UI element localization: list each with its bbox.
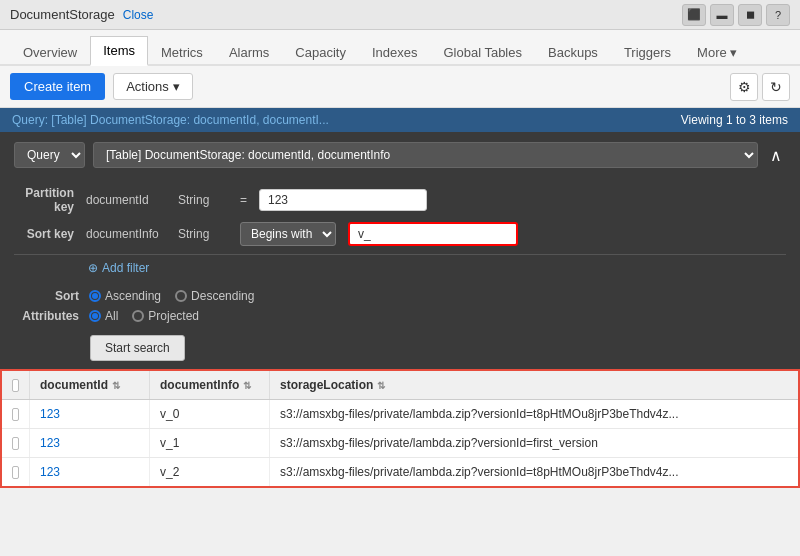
row-1-checkbox-cell (2, 429, 30, 457)
th-document-id-sort-icon: ⇅ (112, 380, 120, 391)
th-document-id[interactable]: documentId ⇅ (30, 371, 150, 399)
layout-icon-2[interactable]: ▬ (710, 4, 734, 26)
query-mode-row: Query Scan [Table] DocumentStorage: docu… (14, 142, 786, 168)
layout-icon-1[interactable]: ⬛ (682, 4, 706, 26)
table-row: 123 v_2 s3://amsxbg-files/private/lambda… (2, 458, 798, 486)
th-document-info-label: documentInfo (160, 378, 239, 392)
row-0-document-id[interactable]: 123 (30, 400, 150, 428)
table-header: documentId ⇅ documentInfo ⇅ storageLocat… (2, 371, 798, 400)
partition-key-row: Partitionkey documentId String = (14, 186, 786, 214)
tab-backups[interactable]: Backups (535, 38, 611, 66)
sort-key-row: Sort key documentInfo String Begins with… (14, 222, 786, 246)
titlebar: DocumentStorage Close ⬛ ▬ ◼ ? (0, 0, 800, 30)
start-search-button[interactable]: Start search (90, 335, 185, 361)
sort-key-input[interactable] (348, 222, 518, 246)
titlebar-icons: ⬛ ▬ ◼ ? (682, 4, 790, 26)
attributes-all-radio[interactable] (89, 310, 101, 322)
titlebar-left: DocumentStorage Close (10, 7, 153, 22)
th-document-info-sort-icon: ⇅ (243, 380, 251, 391)
sort-key-label: Sort key (14, 227, 74, 241)
table-row: 123 v_1 s3://amsxbg-files/private/lambda… (2, 429, 798, 458)
tab-more[interactable]: More ▾ (684, 38, 750, 66)
collapse-button[interactable]: ∧ (766, 146, 786, 165)
add-filter-plus-icon: ⊕ (88, 261, 98, 275)
row-1-document-id[interactable]: 123 (30, 429, 150, 457)
query-description: Query: [Table] DocumentStorage: document… (12, 113, 329, 127)
attributes-projected-radio[interactable] (132, 310, 144, 322)
options-section: Sort Ascending Descending Attributes All… (0, 285, 800, 369)
sort-row: Sort Ascending Descending (14, 289, 786, 303)
th-storage-location[interactable]: storageLocation ⇅ (270, 371, 798, 399)
tab-capacity[interactable]: Capacity (282, 38, 359, 66)
tab-items[interactable]: Items (90, 36, 148, 66)
sort-key-type: String (178, 227, 228, 241)
tab-alarms[interactable]: Alarms (216, 38, 282, 66)
attributes-projected-label: Projected (148, 309, 199, 323)
tab-metrics[interactable]: Metrics (148, 38, 216, 66)
partition-key-label: Partitionkey (14, 186, 74, 214)
row-0-checkbox[interactable] (12, 408, 19, 421)
partition-key-type: String (178, 193, 228, 207)
row-1-storage-location: s3://amsxbg-files/private/lambda.zip?ver… (270, 429, 798, 457)
th-storage-location-sort-icon: ⇅ (377, 380, 385, 391)
attributes-projected-option[interactable]: Projected (132, 309, 199, 323)
close-button[interactable]: Close (123, 8, 154, 22)
partition-key-input[interactable] (259, 189, 427, 211)
filter-section: Partitionkey documentId String = Sort ke… (0, 186, 800, 285)
sort-descending-radio[interactable] (175, 290, 187, 302)
row-1-document-info: v_1 (150, 429, 270, 457)
sort-descending-option[interactable]: Descending (175, 289, 254, 303)
row-0-storage-location: s3://amsxbg-files/private/lambda.zip?ver… (270, 400, 798, 428)
query-panel: Query Scan [Table] DocumentStorage: docu… (0, 132, 800, 186)
actions-chevron-icon: ▾ (173, 79, 180, 94)
attributes-all-option[interactable]: All (89, 309, 118, 323)
sort-ascending-radio[interactable] (89, 290, 101, 302)
sort-radio-group: Ascending Descending (89, 289, 254, 303)
actions-label: Actions (126, 79, 169, 94)
row-0-checkbox-cell (2, 400, 30, 428)
row-0-document-info: v_0 (150, 400, 270, 428)
th-storage-location-label: storageLocation (280, 378, 373, 392)
row-2-storage-location: s3://amsxbg-files/private/lambda.zip?ver… (270, 458, 798, 486)
attributes-row: Attributes All Projected (14, 309, 786, 323)
row-2-checkbox-cell (2, 458, 30, 486)
th-document-info[interactable]: documentInfo ⇅ (150, 371, 270, 399)
row-2-document-id[interactable]: 123 (30, 458, 150, 486)
tab-triggers[interactable]: Triggers (611, 38, 684, 66)
sort-ascending-option[interactable]: Ascending (89, 289, 161, 303)
help-icon[interactable]: ? (766, 4, 790, 26)
sort-key-operator-select[interactable]: Begins with = < > Between (240, 222, 336, 246)
sort-key-field: documentInfo (86, 227, 166, 241)
viewing-count: Viewing 1 to 3 items (681, 113, 788, 127)
refresh-button[interactable]: ↻ (762, 73, 790, 101)
sort-ascending-label: Ascending (105, 289, 161, 303)
th-document-id-label: documentId (40, 378, 108, 392)
filter-divider (14, 254, 786, 255)
partition-key-field: documentId (86, 193, 166, 207)
settings-button[interactable]: ⚙ (730, 73, 758, 101)
tab-indexes[interactable]: Indexes (359, 38, 431, 66)
attributes-radio-group: All Projected (89, 309, 199, 323)
table-select[interactable]: [Table] DocumentStorage: documentId, doc… (93, 142, 758, 168)
partition-key-operator: = (240, 193, 247, 207)
tab-overview[interactable]: Overview (10, 38, 90, 66)
add-filter-button[interactable]: ⊕ Add filter (88, 261, 786, 275)
create-item-button[interactable]: Create item (10, 73, 105, 100)
query-mode-select[interactable]: Query Scan (14, 142, 85, 168)
layout-icon-3[interactable]: ◼ (738, 4, 762, 26)
query-bar: Query: [Table] DocumentStorage: document… (0, 108, 800, 132)
row-2-checkbox[interactable] (12, 466, 19, 479)
toolbar: Create item Actions ▾ ⚙ ↻ (0, 66, 800, 108)
refresh-icon: ↻ (770, 79, 782, 95)
row-2-document-info: v_2 (150, 458, 270, 486)
actions-button[interactable]: Actions ▾ (113, 73, 193, 100)
table-row: 123 v_0 s3://amsxbg-files/private/lambda… (2, 400, 798, 429)
toolbar-left: Create item Actions ▾ (10, 73, 193, 100)
tab-global-tables[interactable]: Global Tables (430, 38, 535, 66)
toolbar-right: ⚙ ↻ (730, 73, 790, 101)
row-1-checkbox[interactable] (12, 437, 19, 450)
sort-label: Sort (14, 289, 79, 303)
select-all-checkbox[interactable] (12, 379, 19, 392)
add-filter-label: Add filter (102, 261, 149, 275)
nav-tabs: Overview Items Metrics Alarms Capacity I… (0, 30, 800, 66)
